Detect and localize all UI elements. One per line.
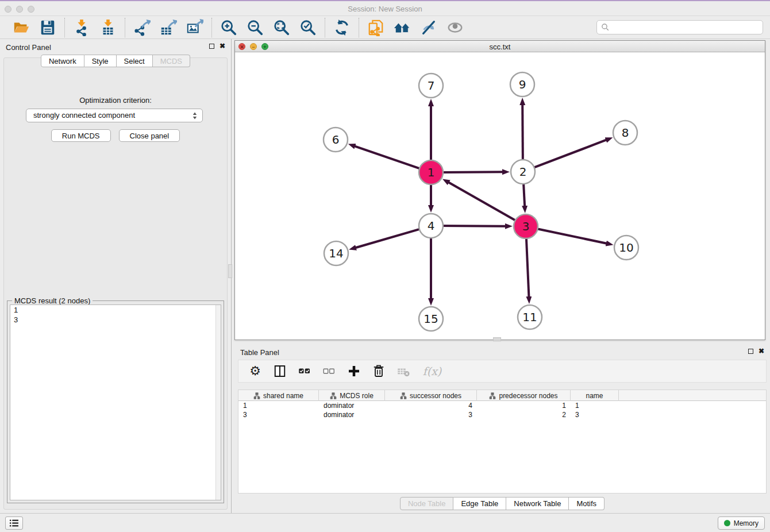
export-table-button[interactable] xyxy=(159,18,178,37)
table-cell: 1 xyxy=(238,401,319,410)
column-header-predecessor-nodes[interactable]: predecessor nodes xyxy=(477,390,571,401)
edge-4-14[interactable] xyxy=(356,229,421,248)
zoom-in-button[interactable] xyxy=(220,18,238,37)
vertical-splitter-grip[interactable] xyxy=(228,264,232,278)
control-panel-tabs: NetworkStyleSelectMCDS xyxy=(0,55,231,67)
control-panel-title: Control Panel xyxy=(6,43,51,52)
run-mcds-button[interactable]: Run MCDS xyxy=(51,129,111,142)
close-panel-icon[interactable]: ✖ xyxy=(220,43,225,49)
fx-button[interactable]: f(x) xyxy=(421,364,444,379)
table-cell: 3 xyxy=(571,410,619,419)
search-input[interactable] xyxy=(610,21,763,33)
table-cell: dominator xyxy=(319,401,385,410)
checks-off-button[interactable] xyxy=(322,364,337,379)
show-eye-button[interactable] xyxy=(446,18,464,37)
horizontal-splitter-grip[interactable] xyxy=(493,337,501,341)
columns-button[interactable] xyxy=(272,364,287,379)
export-network-button[interactable] xyxy=(133,18,151,37)
tab-node-table[interactable]: Node Table xyxy=(400,497,454,510)
plus-button[interactable] xyxy=(346,364,361,379)
home-button[interactable] xyxy=(393,18,411,37)
memory-button[interactable]: Memory xyxy=(718,516,765,530)
edge-3-11[interactable] xyxy=(526,237,529,297)
graph-node-label-1: 1 xyxy=(428,165,435,179)
network-view-window: ✕ − + scc.txt 7968124314101511 xyxy=(234,40,765,340)
trash-button[interactable] xyxy=(371,364,386,379)
network-window-titlebar[interactable]: ✕ − + scc.txt xyxy=(235,41,765,52)
zoom-fit-button[interactable] xyxy=(272,18,291,37)
column-header-shared-name[interactable]: shared name xyxy=(238,390,319,401)
table-panel: Table Panel ✖ ⚙f(x) shared nameMCDS role… xyxy=(234,344,770,514)
column-header-MCDS-role[interactable]: MCDS role xyxy=(319,390,385,401)
import-table-button[interactable] xyxy=(99,18,117,37)
column-type-icon xyxy=(489,392,496,399)
task-history-button[interactable] xyxy=(5,516,23,530)
edge-2-8[interactable] xyxy=(533,140,607,168)
float-panel-icon[interactable] xyxy=(209,44,214,49)
fx-icon: f(x) xyxy=(423,365,442,377)
close-table-panel-icon[interactable]: ✖ xyxy=(759,348,764,354)
tab-network-table[interactable]: Network Table xyxy=(506,497,569,510)
mcds-result-list[interactable]: 13 xyxy=(10,304,221,500)
graph-node-label-3: 3 xyxy=(522,219,530,233)
mcds-result-node: 3 xyxy=(10,315,221,325)
zoom-in-icon xyxy=(220,19,237,36)
refresh-button[interactable] xyxy=(333,18,351,37)
zoom-selected-button[interactable] xyxy=(299,18,317,37)
checks-on-button[interactable] xyxy=(297,364,312,379)
zoom-fit-icon xyxy=(273,19,290,36)
columns-icon xyxy=(273,364,287,378)
table-cell: dominator xyxy=(319,410,385,419)
tab-network[interactable]: Network xyxy=(41,55,84,67)
tab-mcds[interactable]: MCDS xyxy=(153,55,190,67)
zoom-out-icon xyxy=(247,19,264,36)
table-row[interactable]: 3dominator323 xyxy=(238,410,766,419)
home-icon xyxy=(394,19,411,36)
status-bar: Memory xyxy=(0,513,770,532)
tab-select[interactable]: Select xyxy=(117,55,153,67)
plus-icon xyxy=(347,364,361,378)
memory-label: Memory xyxy=(734,519,759,527)
graph-node-label-4: 4 xyxy=(428,219,435,233)
table-cell: 1 xyxy=(477,401,571,410)
trash-icon xyxy=(372,364,386,378)
network-graph: 7968124314101511 xyxy=(235,52,765,340)
edge-1-2[interactable] xyxy=(442,172,503,172)
import-network-button[interactable] xyxy=(72,18,91,37)
edge-3-1[interactable] xyxy=(448,182,516,221)
result-scrollbar[interactable] xyxy=(215,305,221,500)
clone-network-button[interactable] xyxy=(367,18,385,37)
edge-1-6[interactable] xyxy=(355,146,421,168)
window-title: Session: New Session xyxy=(0,5,770,13)
edge-2-3[interactable] xyxy=(523,183,525,206)
tab-edge-table[interactable]: Edge Table xyxy=(453,497,506,510)
edge-3-10[interactable] xyxy=(537,229,607,244)
network-canvas[interactable]: 7968124314101511 xyxy=(235,52,765,340)
table-delete-button[interactable] xyxy=(396,364,411,379)
export-image-button[interactable] xyxy=(186,18,204,37)
graph-node-label-6: 6 xyxy=(332,133,340,147)
open-folder-button[interactable] xyxy=(12,18,30,37)
edge-2-9[interactable] xyxy=(522,105,523,161)
export-image-icon xyxy=(186,19,203,36)
tab-style[interactable]: Style xyxy=(84,55,117,67)
criterion-select[interactable]: strongly connected component xyxy=(26,109,203,122)
save-button[interactable] xyxy=(38,18,57,37)
edge-4-3[interactable] xyxy=(442,226,506,226)
tab-motifs[interactable]: Motifs xyxy=(569,497,605,510)
mcds-result-box: MCDS result (2 nodes) 13 xyxy=(7,300,224,503)
column-header-successor-nodes[interactable]: successor nodes xyxy=(385,390,477,401)
float-table-panel-icon[interactable] xyxy=(748,349,753,354)
graph-node-label-15: 15 xyxy=(424,312,438,326)
control-panel: Control Panel ✖ NetworkStyleSelectMCDS O… xyxy=(0,39,232,514)
close-panel-button[interactable]: Close panel xyxy=(119,129,180,142)
column-header-name[interactable]: name xyxy=(571,390,619,401)
node-table: shared nameMCDS rolesuccessor nodesprede… xyxy=(238,390,767,494)
zoom-out-button[interactable] xyxy=(246,18,264,37)
search-icon xyxy=(601,23,610,32)
gear-button[interactable]: ⚙ xyxy=(248,364,263,379)
table-row[interactable]: 1dominator411 xyxy=(238,401,766,410)
hide-eye-button[interactable] xyxy=(419,18,438,37)
table-panel-title: Table Panel xyxy=(240,348,279,357)
export-network-icon xyxy=(133,19,151,36)
